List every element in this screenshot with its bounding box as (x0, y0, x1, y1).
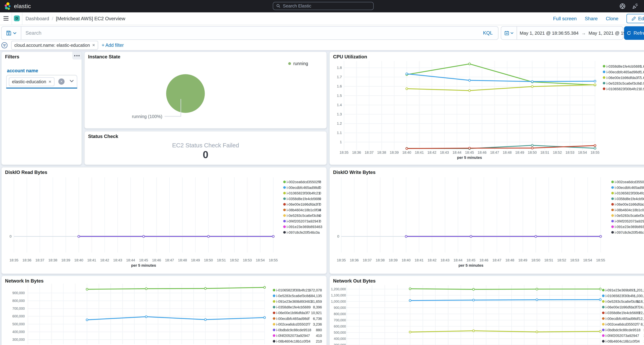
remove-option-icon[interactable]: ✕ (48, 80, 52, 84)
legend-item[interactable]: i-01065823f30b4fc210.963 (330, 86, 644, 91)
legend-label[interactable]: i-0e5283c5ca6ef3c8c (276, 294, 310, 298)
legend-label[interactable]: i-06e00e1b96dfda3f7 (606, 305, 639, 310)
legend-item[interactable]: i-0f4f2052073a929470 (330, 219, 644, 224)
date-picker[interactable]: May 1, 2021 @ 18:36:55.384 → May 1, 2021… (501, 26, 623, 40)
legend-item[interactable]: i-06e00e1b96dfda3f71.617 (330, 75, 644, 80)
legend-item[interactable]: i-002cea6dcd35502f78,779 (330, 322, 644, 327)
legend-item[interactable]: i-01065823f30b4fc210 (2, 191, 326, 196)
clear-selection-icon[interactable]: ✕ (58, 78, 64, 85)
legend-label[interactable]: i-091e23e369b893... (606, 288, 638, 292)
legend-item[interactable]: i-06e00e1b96dfda3f70 (330, 202, 644, 207)
filter-options-icon[interactable] (1, 42, 8, 48)
legend-item[interactable]: i-06e00e1b96dfda3f710,921 (2, 310, 326, 315)
legend-item[interactable]: i-002cea6dcd35502f73,236 (2, 322, 326, 327)
legend-item[interactable]: i-0358d8e1fe4cb56890 (2, 196, 326, 201)
legend-label[interactable]: i-002cea6dcd35502f7 (606, 322, 640, 327)
legend-label[interactable]: i-0bdbdc9c88cde9518 (606, 328, 640, 332)
legend-item[interactable]: i-0f4f2052073a929470 (2, 219, 326, 224)
legend-label[interactable]: i-002cea6dcd35502f7 (615, 180, 644, 184)
legend-item[interactable]: i-08b4604c18b1c0f340 (330, 208, 644, 212)
legend-label[interactable]: i-0f4f2052073a92947 (276, 334, 310, 338)
space-badge[interactable]: D (14, 16, 20, 21)
legend-item[interactable]: i-0358d8e1fe4cb568922,498 (330, 310, 644, 315)
legend-item[interactable]: i-01065823f30b4fc21972,078 (2, 288, 326, 292)
legend-item[interactable]: i-00ecdbfc465ad98df0 (2, 186, 326, 190)
legend-label[interactable]: i-0358d8e1fe4cb5689 (287, 196, 321, 201)
legend-label[interactable]: i-0f4f2052073a92947 (287, 219, 320, 224)
legend-item[interactable]: i-091e23e369b893...1,201,252 (330, 288, 644, 292)
breadcrumb-dashboard[interactable]: Dashboard (26, 16, 49, 22)
legend-label[interactable]: i-08b4604c18b1c0f34 (606, 339, 640, 344)
menu-hamburger-icon[interactable] (4, 16, 8, 20)
legend-label[interactable]: i-091e23e369b893463 (276, 299, 312, 304)
legend-item[interactable]: i-091e23e369b89346331,659 (2, 299, 326, 304)
legend-item[interactable]: i-06e00e1b96dfda3f724,685 (330, 305, 644, 310)
legend-label[interactable]: i-0358d8e1fe4cb5689 (606, 310, 640, 315)
legend-label[interactable]: i-00ecdbfc465ad98df (606, 316, 639, 321)
legend-item[interactable]: i-00ecdbfc465ad98df0 (330, 186, 644, 190)
legend-item[interactable]: i-0f4f2052073a92947208 (330, 334, 644, 338)
legend-label[interactable]: i-06e00e1b96dfda3f7 (287, 202, 320, 207)
newsfeed-icon[interactable] (632, 3, 638, 9)
legend-item[interactable]: i-00ecdbfc465ad98df1.656 (330, 70, 644, 74)
legend-item[interactable]: i-0f4f2052073a92947410 (2, 334, 326, 338)
legend-label[interactable]: i-0e5283c5ca6ef3c8c (287, 213, 320, 218)
legend-item[interactable]: i-00ecdbfc465ad98df12,176 (330, 316, 644, 321)
legend-item[interactable]: i-08b4604c18b1c0f340 (2, 208, 326, 212)
legend-label[interactable]: i-01065823f30b4fc21 (615, 191, 644, 196)
legend-label[interactable]: i-08b4604c18b1c0f34 (615, 208, 644, 212)
saved-query-menu[interactable] (2, 27, 21, 40)
legend-label[interactable]: i-00ecdbfc465ad98df (276, 316, 310, 321)
date-quick-menu[interactable] (501, 27, 517, 40)
global-search-input[interactable]: Search Elastic (273, 2, 374, 10)
help-icon[interactable] (620, 3, 626, 9)
legend-label[interactable]: i-06e00e1b96dfda3f7 (606, 75, 641, 80)
legend-label[interactable]: i-0f4f2052073a92947 (615, 219, 644, 224)
legend-label[interactable]: i-097c8cfe20f546c0a (287, 230, 320, 235)
legend-item[interactable]: i-002cea6dcd35502f70 (2, 180, 326, 184)
legend-label[interactable]: i-0e5283c5ca6ef3c8c (606, 81, 641, 86)
legend-item[interactable]: i-002cea6dcd35502f70 (330, 180, 644, 184)
legend-label[interactable]: i-0e5283c5ca6ef3c8c (606, 299, 639, 304)
add-filter-button[interactable]: + Add filter (102, 42, 124, 48)
legend-label[interactable]: i-0358d8e1fe4cb5689 (615, 196, 644, 201)
query-input[interactable]: Search KQL (1, 26, 498, 40)
legend-item[interactable]: i-0e5283c5ca6ef3c8c518,769 (330, 299, 644, 304)
legend-label[interactable]: i-00ecdbfc465ad98df (287, 186, 320, 190)
kql-toggle[interactable]: KQL (483, 30, 493, 36)
refresh-button[interactable]: Refresh (624, 26, 644, 40)
legend-item[interactable]: i-091e23e369b893463 (330, 224, 644, 229)
date-range-start[interactable]: May 1, 2021 @ 18:36:55.384 (520, 30, 578, 36)
legend-label[interactable]: i-01065823f30b4fc21 (276, 288, 310, 292)
panel-options-icon[interactable] (72, 52, 82, 60)
legend-item[interactable]: i-06e00e1b96dfda3f70 (2, 202, 326, 207)
legend-item[interactable]: i-01065823f30b4fc210 (330, 191, 644, 196)
legend-label[interactable]: i-0358d8e1fe4cb5689 (276, 305, 311, 310)
legend-label[interactable]: i-06e00e1b96dfda3f7 (276, 310, 310, 315)
elastic-home-link[interactable]: elastic (4, 0, 31, 12)
legend-label[interactable]: i-0f4f2052073a92947 (606, 334, 639, 338)
filter-pill[interactable]: cloud.account.name: elastic-education ✕ (11, 41, 98, 50)
clone-button[interactable]: Clone (606, 16, 618, 22)
legend-item[interactable]: i-0e5283c5ca6ef3c8c0.934 (330, 81, 644, 86)
legend-item[interactable]: i-091e23e369b893463 (2, 224, 326, 229)
legend-item[interactable]: i-0358d8e1fe4cb56890 (330, 196, 644, 201)
legend-item[interactable]: i-08b4604c18b1c0f34210 (2, 339, 326, 344)
legend-label[interactable]: i-091e23e369b893463 (287, 224, 322, 229)
legend-label[interactable]: i-0e5283c5ca6ef3c8c (615, 213, 644, 218)
legend-item[interactable]: i-0bdbdc9c88cde9518589 (330, 328, 644, 332)
legend-item[interactable]: i-08b4604c18b1c0f34196 (330, 339, 644, 344)
legend-item[interactable]: i-0358d8e1fe4cb56891.615 (330, 64, 644, 69)
chevron-down-icon[interactable] (70, 80, 74, 82)
legend-item[interactable]: i-097c8cfe20f546c0a (2, 230, 326, 235)
legend-label[interactable]: i-0bdbdc9c88cde9518 (276, 328, 311, 332)
full-screen-button[interactable]: Full screen (553, 16, 577, 22)
legend-label[interactable]: i-08b4604c18b1c0f34 (276, 339, 310, 344)
legend-label[interactable]: i-01065823f30b4fc... (606, 294, 638, 298)
legend-label[interactable]: i-002cea6dcd35502f7 (287, 180, 321, 184)
edit-button[interactable]: Edit (626, 14, 644, 23)
account-name-combobox[interactable]: elastic-education ✕ ✕ (6, 75, 77, 88)
legend-item[interactable]: i-097c8cfe20f546c0a (330, 230, 644, 235)
remove-filter-icon[interactable]: ✕ (92, 43, 95, 47)
legend-label[interactable]: i-002cea6dcd35502f7 (276, 322, 310, 327)
